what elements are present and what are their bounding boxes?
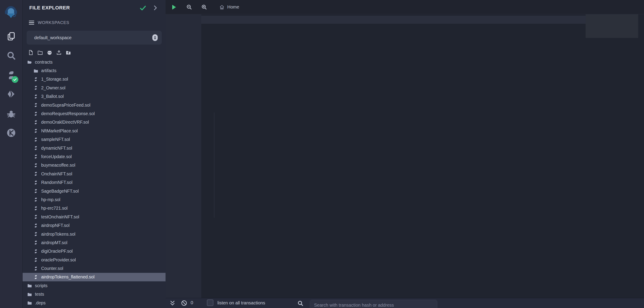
file-tree: contractsartifacts1_Storage.sol2_Owner.s…: [22, 58, 166, 307]
terminal-expand-icon[interactable]: [169, 300, 176, 306]
activity-item-debugger[interactable]: [0, 106, 22, 122]
tree-item-airdropMT.sol[interactable]: airdropMT.sol: [22, 238, 166, 247]
solidity-file-icon: [33, 249, 38, 254]
tree-item-label: 1_Storage.sol: [41, 77, 68, 82]
minimap[interactable]: [586, 14, 638, 298]
tree-item-testOnchainNFT.sol[interactable]: testOnchainNFT.sol: [22, 213, 166, 221]
tree-item-label: SageBadgeNFT.sol: [41, 189, 79, 194]
collapse-chevron-right-icon[interactable]: [152, 5, 158, 11]
files-icon: [6, 31, 16, 41]
tree-item-label: buymeacoffee.sol: [41, 163, 76, 168]
tree-item-buymeacoffee.sol[interactable]: buymeacoffee.sol: [22, 161, 166, 170]
upload-folder-icon[interactable]: [66, 50, 71, 55]
tree-item-contracts[interactable]: contracts: [22, 58, 166, 66]
home-icon: [219, 5, 224, 10]
solidity-file-icon: [33, 240, 38, 245]
tree-item-tests[interactable]: tests: [22, 290, 166, 298]
tree-item-digiOraclePF.sol[interactable]: digiOraclePF.sol: [22, 247, 166, 256]
tree-item-oracleProvider.sol[interactable]: oracleProvider.sol: [22, 256, 166, 264]
zoom-in-icon[interactable]: [201, 4, 207, 10]
tree-item-label: sampleNFT.sol: [41, 137, 70, 142]
transaction-search-input[interactable]: [310, 300, 437, 308]
tree-item-OnchainNFT.sol[interactable]: OnchainNFT.sol: [22, 170, 166, 178]
tree-item-SageBadgeNFT.sol[interactable]: SageBadgeNFT.sol: [22, 187, 166, 195]
tree-item-artifacts[interactable]: artifacts: [22, 66, 166, 75]
tree-item-label: artifacts: [41, 68, 56, 73]
activity-item-deploy-and-run[interactable]: [0, 86, 22, 102]
tree-item-label: tests: [35, 292, 44, 297]
transaction-count-badge: 0: [190, 300, 193, 305]
solidity-file-icon: [33, 206, 38, 211]
activity-item-solidity-compiler[interactable]: [0, 67, 22, 83]
solidity-file-icon: [33, 120, 38, 125]
tree-item-sampleNFT.sol[interactable]: sampleNFT.sol: [22, 135, 166, 144]
file-explorer-toolbar: [28, 50, 71, 55]
tree-item-label: forceUpdate.sol: [41, 154, 72, 159]
tree-item-RandomNFT.sol[interactable]: RandomNFT.sol: [22, 178, 166, 187]
select-stepper-icon: [152, 34, 158, 41]
tree-item-NftMarketPlace.sol[interactable]: NftMarketPlace.sol: [22, 126, 166, 135]
activity-item-klaytn-plugin[interactable]: [0, 125, 22, 141]
remix-ide-logo: [2, 3, 20, 22]
solidity-file-icon: [33, 171, 38, 176]
solidity-file-icon: [33, 94, 38, 99]
new-file-icon[interactable]: [28, 50, 34, 55]
upload-file-icon[interactable]: [56, 50, 62, 55]
solidity-file-icon: [33, 163, 38, 168]
play-icon[interactable]: [170, 4, 177, 11]
tree-item-demoRequestResponse.sol[interactable]: demoRequestResponse.sol: [22, 109, 166, 118]
tree-item-hp-mp.sol[interactable]: hp-mp.sol: [22, 195, 166, 204]
tab-Home[interactable]: Home: [214, 0, 245, 14]
tree-item-label: testOnchainNFT.sol: [41, 214, 79, 220]
solidity-file-icon: [33, 85, 38, 90]
tree-item-.deps[interactable]: .deps: [22, 298, 166, 307]
tree-item-3_Ballot.sol[interactable]: 3_Ballot.sol: [22, 92, 166, 101]
github-icon[interactable]: [47, 50, 52, 55]
tree-item-label: .deps: [35, 300, 46, 305]
workspace-select[interactable]: default_workspace: [26, 31, 162, 45]
tree-item-label: RandomNFT.sol: [41, 180, 72, 185]
tree-item-hp-erc721.sol[interactable]: hp-erc721.sol: [22, 204, 166, 213]
tree-item-airdropTokens_flattened.sol[interactable]: airdropTokens_flattened.sol: [22, 273, 166, 281]
solidity-file-icon: [33, 189, 38, 194]
solidity-file-icon: [33, 77, 38, 82]
code-editor[interactable]: [166, 14, 644, 298]
tree-item-forceUpdate.sol[interactable]: forceUpdate.sol: [22, 152, 166, 161]
workspaces-label: WORKSPACES: [38, 20, 69, 25]
tree-item-1_Storage.sol[interactable]: 1_Storage.sol: [22, 75, 166, 84]
solidity-file-icon: [33, 275, 38, 279]
tree-item-dynamicNFT.sol[interactable]: dynamicNFT.sol: [22, 144, 166, 152]
clear-console-icon[interactable]: [181, 300, 188, 306]
minimap-viewport[interactable]: [586, 14, 638, 38]
tree-item-scripts[interactable]: scripts: [22, 281, 166, 290]
tree-item-Counter.sol[interactable]: Counter.sol: [22, 264, 166, 273]
tree-item-airdropNFT.sol[interactable]: airdropNFT.sol: [22, 221, 166, 230]
tree-item-label: airdropNFT.sol: [41, 223, 70, 228]
tree-item-label: NftMarketPlace.sol: [41, 128, 78, 133]
solidity-file-icon: [33, 145, 38, 150]
tree-item-airdropTokens.sol[interactable]: airdropTokens.sol: [22, 230, 166, 238]
tree-item-label: demoSupraPriceFeed.sol: [41, 103, 90, 108]
zoom-out-icon[interactable]: [186, 4, 192, 10]
activity-bar: [0, 0, 22, 308]
tree-item-demoSupraPriceFeed.sol[interactable]: demoSupraPriceFeed.sol: [22, 101, 166, 109]
tree-item-label: OnchainNFT.sol: [41, 171, 72, 177]
listen-checkbox[interactable]: [207, 299, 214, 306]
tree-item-2_Owner.sol[interactable]: 2_Owner.sol: [22, 84, 166, 92]
panel-title: FILE EXPLORER: [29, 5, 70, 11]
solidity-file-icon: [33, 128, 38, 133]
new-folder-icon[interactable]: [37, 50, 43, 55]
solidity-file-icon: [33, 103, 38, 107]
klaytn-icon: [6, 128, 16, 138]
folder-icon: [27, 292, 32, 297]
solidity-file-icon: [33, 223, 38, 228]
solidity-file-icon: [33, 257, 38, 262]
listen-label[interactable]: listen on all transactions: [218, 300, 265, 305]
workspaces-menu-icon[interactable]: [29, 21, 34, 25]
tree-item-demoOraklDirectVRF.sol[interactable]: demoOraklDirectVRF.sol: [22, 118, 166, 126]
bug-icon: [6, 109, 16, 119]
activity-item-file-explorer[interactable]: [0, 28, 22, 44]
code-lines: [201, 16, 644, 298]
activity-item-search[interactable]: [0, 48, 22, 64]
file-explorer-panel: FILE EXPLORER WORKSPACES default_workspa…: [22, 0, 166, 308]
